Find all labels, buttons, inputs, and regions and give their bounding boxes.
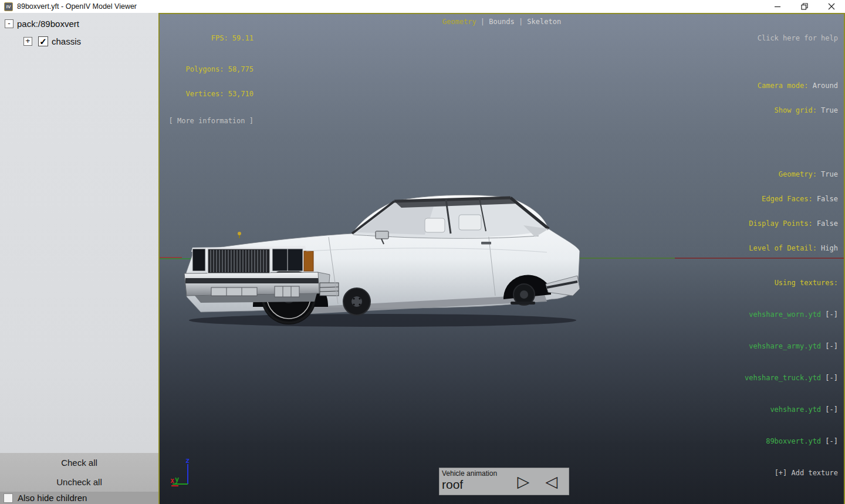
stats-panel: FPS: 59.11 Polygons: 58,775 Vertices: 53… (165, 18, 254, 141)
front-seat (425, 218, 445, 232)
texture-name: 89boxvert.ytd (766, 437, 821, 445)
vehicle-animation-panel: Vehicle animation roof ▷ ◁ (439, 468, 569, 495)
restore-button[interactable] (791, 0, 818, 13)
axis-z-label: z (185, 456, 190, 465)
remove-texture-button[interactable]: [-] (821, 437, 838, 445)
front-bumper (184, 272, 330, 303)
remove-texture-button[interactable]: [-] (821, 405, 838, 414)
also-hide-children-checkbox[interactable] (4, 493, 13, 503)
textures-title: Using textures: (745, 278, 838, 288)
texture-name: vehshare_worn.ytd (749, 310, 821, 319)
settings-panel: Click here for help Camera mode: Around … (749, 18, 838, 285)
play-backward-button[interactable]: ◁ (542, 472, 561, 491)
remove-texture-button[interactable]: [-] (821, 342, 838, 350)
axis-orientation-widget: z y x (169, 456, 196, 489)
tree-item-chassis[interactable]: + ✓ chassis (23, 36, 81, 46)
vehicle-animation-label: Vehicle animation (442, 469, 497, 478)
car-roof (352, 198, 549, 244)
corner-signal-lamp (304, 251, 313, 271)
car-model-render (160, 14, 844, 504)
expand-expander-icon[interactable]: + (23, 37, 32, 46)
tab-separator: | (476, 18, 489, 26)
remove-texture-button[interactable]: [-] (821, 374, 838, 382)
tree-item-pack-label: pack:/89boxvert (17, 19, 79, 29)
chassis-checkbox[interactable]: ✓ (38, 36, 48, 46)
tree-item-chassis-label: chassis (52, 36, 81, 46)
texture-row[interactable]: vehshare_truck.ytd [-] (745, 373, 838, 383)
minimize-button[interactable] (764, 0, 791, 13)
more-information-link[interactable]: [ More information ] (165, 117, 254, 125)
axis-y-label: y (175, 475, 179, 483)
window-controls (764, 0, 845, 13)
tree-item-pack[interactable]: - pack:/89boxvert (5, 19, 79, 29)
show-grid-setting[interactable]: Show grid: True (749, 106, 838, 114)
tab-separator: | (515, 18, 528, 26)
minimize-icon (774, 3, 781, 10)
tab-skeleton[interactable]: Skeleton (527, 18, 561, 26)
tree-actions: Check all Uncheck all (0, 453, 158, 492)
app-icon: IV (4, 2, 13, 11)
rear-seat (459, 215, 481, 230)
texture-name: vehshare_truck.ytd (745, 374, 821, 382)
car-shadow (189, 314, 576, 327)
tab-geometry[interactable]: Geometry (442, 18, 476, 26)
openiv-model-viewer-window: IV 89boxvert.yft - OpenIV Model Viewer -… (0, 0, 845, 504)
collapse-expander-icon[interactable]: - (5, 19, 13, 28)
help-link[interactable]: Click here for help (749, 34, 838, 42)
texture-row[interactable]: vehshare_army.ytd [-] (745, 341, 838, 351)
texture-row[interactable]: vehshare.ytd [-] (745, 404, 838, 415)
check-all-button[interactable]: Check all (0, 453, 158, 472)
remove-texture-button[interactable]: [-] (821, 310, 838, 319)
play-forward-button[interactable]: ▷ (514, 472, 533, 491)
texture-row[interactable]: 89boxvert.ytd [-] (745, 436, 838, 447)
exhaust-pipe (511, 302, 535, 305)
display-points-setting[interactable]: Display Points: False (749, 219, 838, 228)
close-icon (828, 3, 835, 10)
add-texture-button[interactable]: [+] Add texture (745, 468, 838, 478)
window-title: 89boxvert.yft - OpenIV Model Viewer (17, 2, 137, 11)
textures-panel: Using textures: vehshare_worn.ytd [-] ve… (745, 256, 838, 499)
fps-counter: FPS: 59.11 (165, 34, 254, 42)
model-viewport[interactable]: FPS: 59.11 Polygons: 58,775 Vertices: 53… (158, 13, 845, 504)
texture-row[interactable]: vehshare_worn.ytd [-] (745, 309, 838, 320)
axis-x-label: x (170, 476, 174, 485)
polygons-counter: Polygons: 58,775 (165, 65, 254, 73)
middle-brake-rotor (343, 288, 370, 315)
title-bar[interactable]: IV 89boxvert.yft - OpenIV Model Viewer (0, 0, 845, 13)
model-tree-panel: - pack:/89boxvert + ✓ chassis Check all … (0, 13, 158, 504)
also-hide-children-row[interactable]: Also hide children (0, 492, 158, 504)
also-hide-children-label: Also hide children (18, 493, 87, 503)
left-headlight (192, 249, 205, 271)
level-of-detail-setting[interactable]: Level of Detail: High (749, 244, 838, 252)
side-mirror (376, 231, 388, 239)
vertices-counter: Vertices: 53,710 (165, 90, 254, 98)
close-button[interactable] (818, 0, 845, 13)
texture-name: vehshare.ytd (770, 405, 821, 414)
geometry-setting[interactable]: Geometry: True (749, 170, 838, 178)
edged-faces-setting[interactable]: Edged Faces: False (749, 195, 838, 203)
texture-name: vehshare_army.ytd (749, 342, 821, 350)
tab-bounds[interactable]: Bounds (489, 18, 514, 26)
door-handle (481, 242, 491, 245)
animation-name-value[interactable]: roof (442, 478, 463, 492)
camera-mode-setting[interactable]: Camera mode: Around (749, 82, 838, 90)
uncheck-all-button[interactable]: Uncheck all (0, 472, 158, 492)
restore-icon (801, 3, 808, 10)
view-mode-tabs: Geometry | Bounds | Skeleton (160, 18, 844, 26)
